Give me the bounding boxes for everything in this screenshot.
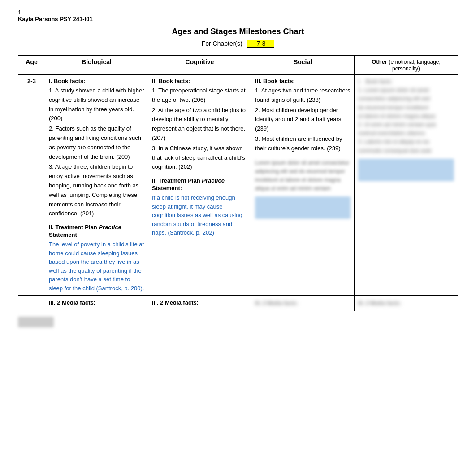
other-subtext: (emotional, language, personality) [389, 59, 440, 72]
bio-media-cell: III. 2 Media facts: [45, 296, 148, 311]
footer-blurred [18, 317, 54, 327]
milestones-table: Age Biological Cognitive Social Other (e… [18, 55, 458, 311]
cognitive-treatment-heading: II. Treatment Plan Practice [152, 177, 247, 184]
cog-media-cell: III. 2 Media facts: [148, 296, 251, 311]
other-media-cell: III. 2 Media facts: [355, 296, 458, 311]
media-facts-row: III. 2 Media facts: III. 2 Media facts: … [18, 296, 458, 311]
content-row: 2-3 I. Book facts: 1. A study showed a c… [18, 75, 458, 296]
social-blurred-section: Lorem ipsum dolor sit amet consectetur a… [255, 159, 351, 219]
age-cell: 2-3 [18, 75, 45, 296]
document-title: Ages and Stages Milestones Chart [18, 27, 458, 36]
footer-area [18, 317, 458, 329]
list-item: 1. At ages two and three researchers fou… [255, 86, 351, 105]
biological-cell: I. Book facts: 1. A study showed a child… [45, 75, 148, 296]
age-column-header: Age [18, 56, 45, 75]
biological-treatment-heading: II. Treatment Plan Practice [49, 224, 144, 231]
list-item: 1. The preoperational stage starts at th… [152, 86, 247, 105]
chapter-label: For Chapter(s) [202, 40, 242, 47]
biological-column-header: Biological [45, 56, 148, 75]
list-item: 3. Most children are influenced by their… [255, 135, 351, 153]
cognitive-column-header: Cognitive [148, 56, 251, 75]
social-blurred-text: Lorem ipsum dolor sit amet consectetur a… [255, 159, 351, 193]
list-item: 2. Most children develop gender identity… [255, 106, 351, 134]
list-item: 2. At the age of two a child begins to d… [152, 106, 247, 143]
cognitive-book-list: 1. The preoperational stage starts at th… [152, 86, 247, 172]
biological-book-list: 1. A study showed a child with higher co… [49, 86, 144, 218]
other-column-header: Other (emotional, language, personality) [355, 56, 458, 75]
social-book-heading: III. Book facts: [255, 78, 351, 84]
cognitive-treatment-subheading: Statement: [152, 185, 247, 192]
other-cell: I. Book facts: 1. Lorem ipsum dolor sit … [355, 75, 458, 296]
student-name: Kayla Parsons PSY 241-I01 [18, 16, 458, 22]
social-cell: III. Book facts: 1. At ages two and thre… [251, 75, 355, 296]
biological-treatment-subheading: Statement: [49, 231, 144, 238]
list-item: 3. In a Chinese study, it was shown that… [152, 144, 247, 172]
cognitive-cell: II. Book facts: 1. The preoperational st… [148, 75, 251, 296]
media-age-cell [18, 296, 45, 311]
other-blurred-block [358, 159, 454, 181]
page-header: 1 Kayla Parsons PSY 241-I01 [18, 9, 458, 22]
cognitive-treatment-text: If a child is not receiving enough sleep… [152, 193, 247, 237]
other-blurred-text: I. Book facts: 1. Lorem ipsum dolor sit … [358, 78, 454, 155]
chapter-line: For Chapter(s) 7-8 [18, 40, 458, 48]
biological-book-heading: I. Book facts: [49, 78, 144, 84]
social-column-header: Social [251, 56, 355, 75]
cognitive-book-heading: II. Book facts: [152, 78, 247, 84]
page-number: 1 [18, 9, 458, 16]
biological-treatment-text: The level of poverty in a child’s life a… [49, 240, 144, 292]
other-media-blurred: III. 2 Media facts: [358, 300, 401, 306]
social-book-list: 1. At ages two and three researchers fou… [255, 86, 351, 153]
soc-media-cell: III. 2 Media facts: [251, 296, 355, 311]
list-item: 3. At age three, children begin to enjoy… [49, 162, 144, 218]
social-blurred-block [255, 196, 351, 219]
chapter-value: 7-8 [247, 40, 274, 48]
list-item: 2. Factors such as the quality of parent… [49, 124, 144, 161]
social-media-blurred: III. 2 Media facts: [255, 300, 298, 306]
list-item: 1. A study showed a child with higher co… [49, 86, 144, 123]
